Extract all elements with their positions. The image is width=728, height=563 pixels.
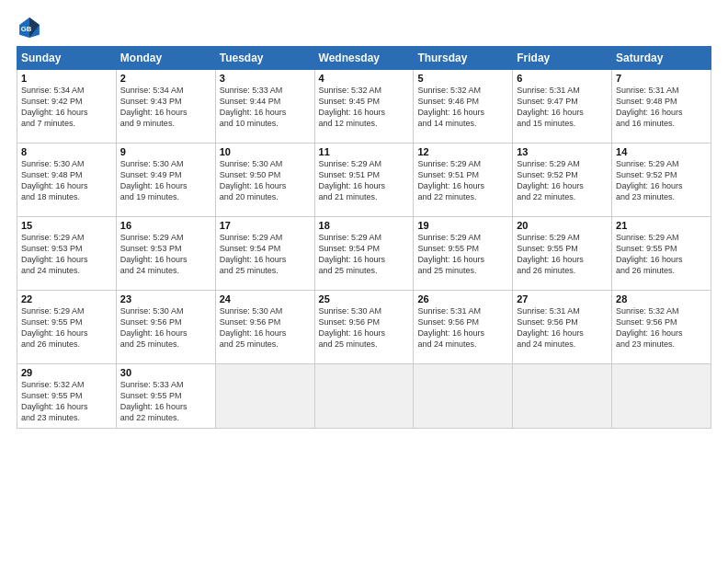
day-number: 29 bbox=[21, 367, 112, 378]
calendar-cell: 14Sunrise: 5:29 AM Sunset: 9:52 PM Dayli… bbox=[612, 144, 711, 217]
day-number: 19 bbox=[417, 220, 508, 231]
calendar-cell: 5Sunrise: 5:32 AM Sunset: 9:46 PM Daylig… bbox=[414, 70, 513, 144]
day-info: Sunrise: 5:29 AM Sunset: 9:52 PM Dayligh… bbox=[517, 158, 608, 203]
logo: GB bbox=[17, 15, 44, 40]
calendar-cell: 23Sunrise: 5:30 AM Sunset: 9:56 PM Dayli… bbox=[116, 291, 215, 364]
day-number: 18 bbox=[319, 220, 410, 231]
day-info: Sunrise: 5:29 AM Sunset: 9:52 PM Dayligh… bbox=[616, 158, 707, 203]
calendar-cell: 13Sunrise: 5:29 AM Sunset: 9:52 PM Dayli… bbox=[513, 144, 612, 217]
day-number: 14 bbox=[616, 146, 707, 157]
weekday-header-monday: Monday bbox=[116, 47, 215, 70]
calendar-cell: 11Sunrise: 5:29 AM Sunset: 9:51 PM Dayli… bbox=[314, 144, 414, 217]
day-info: Sunrise: 5:31 AM Sunset: 9:56 PM Dayligh… bbox=[417, 305, 508, 350]
calendar-cell: 19Sunrise: 5:29 AM Sunset: 9:55 PM Dayli… bbox=[414, 217, 513, 291]
day-number: 13 bbox=[517, 146, 608, 157]
day-info: Sunrise: 5:30 AM Sunset: 9:56 PM Dayligh… bbox=[220, 305, 311, 350]
calendar-cell: 20Sunrise: 5:29 AM Sunset: 9:55 PM Dayli… bbox=[513, 217, 612, 291]
svg-text:GB: GB bbox=[21, 25, 32, 33]
week-row-5: 29Sunrise: 5:32 AM Sunset: 9:55 PM Dayli… bbox=[17, 364, 711, 429]
calendar-cell: 16Sunrise: 5:29 AM Sunset: 9:53 PM Dayli… bbox=[116, 217, 215, 291]
day-info: Sunrise: 5:29 AM Sunset: 9:55 PM Dayligh… bbox=[517, 232, 608, 277]
calendar-cell: 1Sunrise: 5:34 AM Sunset: 9:42 PM Daylig… bbox=[17, 70, 117, 144]
day-info: Sunrise: 5:30 AM Sunset: 9:48 PM Dayligh… bbox=[21, 158, 112, 203]
calendar-cell: 25Sunrise: 5:30 AM Sunset: 9:56 PM Dayli… bbox=[314, 291, 414, 364]
day-number: 27 bbox=[517, 293, 608, 304]
calendar-cell: 17Sunrise: 5:29 AM Sunset: 9:54 PM Dayli… bbox=[215, 217, 314, 291]
calendar-cell: 21Sunrise: 5:29 AM Sunset: 9:55 PM Dayli… bbox=[612, 217, 711, 291]
calendar-cell bbox=[314, 364, 414, 429]
day-info: Sunrise: 5:32 AM Sunset: 9:55 PM Dayligh… bbox=[21, 379, 112, 424]
calendar-cell: 8Sunrise: 5:30 AM Sunset: 9:48 PM Daylig… bbox=[17, 144, 117, 217]
day-number: 4 bbox=[319, 73, 410, 84]
day-info: Sunrise: 5:29 AM Sunset: 9:54 PM Dayligh… bbox=[220, 232, 311, 277]
day-number: 10 bbox=[220, 146, 311, 157]
day-info: Sunrise: 5:30 AM Sunset: 9:50 PM Dayligh… bbox=[220, 158, 311, 203]
calendar-cell: 15Sunrise: 5:29 AM Sunset: 9:53 PM Dayli… bbox=[17, 217, 117, 291]
day-info: Sunrise: 5:29 AM Sunset: 9:55 PM Dayligh… bbox=[616, 232, 707, 277]
day-info: Sunrise: 5:31 AM Sunset: 9:47 PM Dayligh… bbox=[517, 85, 608, 130]
day-info: Sunrise: 5:33 AM Sunset: 9:55 PM Dayligh… bbox=[120, 379, 211, 424]
calendar-cell: 3Sunrise: 5:33 AM Sunset: 9:44 PM Daylig… bbox=[215, 70, 314, 144]
logo-icon: GB bbox=[17, 15, 42, 40]
day-number: 16 bbox=[120, 220, 211, 231]
day-number: 9 bbox=[120, 146, 211, 157]
day-number: 12 bbox=[417, 146, 508, 157]
day-number: 28 bbox=[616, 293, 707, 304]
week-row-4: 22Sunrise: 5:29 AM Sunset: 9:55 PM Dayli… bbox=[17, 291, 711, 364]
day-number: 15 bbox=[21, 220, 112, 231]
day-number: 21 bbox=[616, 220, 707, 231]
calendar-cell: 24Sunrise: 5:30 AM Sunset: 9:56 PM Dayli… bbox=[215, 291, 314, 364]
page: GB SundayMondayTuesdayWednesdayThursdayF… bbox=[0, 0, 728, 563]
calendar-cell: 22Sunrise: 5:29 AM Sunset: 9:55 PM Dayli… bbox=[17, 291, 117, 364]
day-info: Sunrise: 5:29 AM Sunset: 9:51 PM Dayligh… bbox=[417, 158, 508, 203]
day-number: 6 bbox=[517, 73, 608, 84]
week-row-2: 8Sunrise: 5:30 AM Sunset: 9:48 PM Daylig… bbox=[17, 144, 711, 217]
day-info: Sunrise: 5:34 AM Sunset: 9:43 PM Dayligh… bbox=[120, 85, 211, 130]
week-row-3: 15Sunrise: 5:29 AM Sunset: 9:53 PM Dayli… bbox=[17, 217, 711, 291]
day-info: Sunrise: 5:29 AM Sunset: 9:51 PM Dayligh… bbox=[319, 158, 410, 203]
day-info: Sunrise: 5:32 AM Sunset: 9:56 PM Dayligh… bbox=[616, 305, 707, 350]
day-number: 26 bbox=[417, 293, 508, 304]
calendar-cell: 27Sunrise: 5:31 AM Sunset: 9:56 PM Dayli… bbox=[513, 291, 612, 364]
day-number: 1 bbox=[21, 73, 112, 84]
calendar-cell: 6Sunrise: 5:31 AM Sunset: 9:47 PM Daylig… bbox=[513, 70, 612, 144]
weekday-header-row: SundayMondayTuesdayWednesdayThursdayFrid… bbox=[17, 47, 711, 70]
day-info: Sunrise: 5:30 AM Sunset: 9:56 PM Dayligh… bbox=[120, 305, 211, 350]
day-number: 8 bbox=[21, 146, 112, 157]
day-info: Sunrise: 5:34 AM Sunset: 9:42 PM Dayligh… bbox=[21, 85, 112, 130]
day-number: 22 bbox=[21, 293, 112, 304]
calendar-table: SundayMondayTuesdayWednesdayThursdayFrid… bbox=[17, 46, 711, 429]
calendar-cell: 30Sunrise: 5:33 AM Sunset: 9:55 PM Dayli… bbox=[116, 364, 215, 429]
weekday-header-tuesday: Tuesday bbox=[215, 47, 314, 70]
day-number: 30 bbox=[120, 367, 211, 378]
calendar-cell: 10Sunrise: 5:30 AM Sunset: 9:50 PM Dayli… bbox=[215, 144, 314, 217]
day-info: Sunrise: 5:30 AM Sunset: 9:49 PM Dayligh… bbox=[120, 158, 211, 203]
calendar-cell: 7Sunrise: 5:31 AM Sunset: 9:48 PM Daylig… bbox=[612, 70, 711, 144]
day-number: 3 bbox=[220, 73, 311, 84]
day-number: 5 bbox=[417, 73, 508, 84]
day-info: Sunrise: 5:29 AM Sunset: 9:53 PM Dayligh… bbox=[21, 232, 112, 277]
week-row-1: 1Sunrise: 5:34 AM Sunset: 9:42 PM Daylig… bbox=[17, 70, 711, 144]
day-info: Sunrise: 5:30 AM Sunset: 9:56 PM Dayligh… bbox=[319, 305, 410, 350]
day-number: 23 bbox=[120, 293, 211, 304]
calendar-cell: 2Sunrise: 5:34 AM Sunset: 9:43 PM Daylig… bbox=[116, 70, 215, 144]
calendar-cell: 4Sunrise: 5:32 AM Sunset: 9:45 PM Daylig… bbox=[314, 70, 414, 144]
day-info: Sunrise: 5:29 AM Sunset: 9:55 PM Dayligh… bbox=[21, 305, 112, 350]
day-info: Sunrise: 5:31 AM Sunset: 9:56 PM Dayligh… bbox=[517, 305, 608, 350]
weekday-header-saturday: Saturday bbox=[612, 47, 711, 70]
day-number: 24 bbox=[220, 293, 311, 304]
day-info: Sunrise: 5:32 AM Sunset: 9:45 PM Dayligh… bbox=[319, 85, 410, 130]
day-info: Sunrise: 5:29 AM Sunset: 9:53 PM Dayligh… bbox=[120, 232, 211, 277]
day-number: 25 bbox=[319, 293, 410, 304]
weekday-header-thursday: Thursday bbox=[414, 47, 513, 70]
day-info: Sunrise: 5:29 AM Sunset: 9:55 PM Dayligh… bbox=[417, 232, 508, 277]
day-number: 17 bbox=[220, 220, 311, 231]
calendar-cell bbox=[612, 364, 711, 429]
day-number: 2 bbox=[120, 73, 211, 84]
calendar-cell bbox=[513, 364, 612, 429]
calendar-cell: 26Sunrise: 5:31 AM Sunset: 9:56 PM Dayli… bbox=[414, 291, 513, 364]
header: GB bbox=[17, 15, 711, 40]
day-info: Sunrise: 5:32 AM Sunset: 9:46 PM Dayligh… bbox=[417, 85, 508, 130]
day-info: Sunrise: 5:33 AM Sunset: 9:44 PM Dayligh… bbox=[220, 85, 311, 130]
calendar-cell bbox=[414, 364, 513, 429]
